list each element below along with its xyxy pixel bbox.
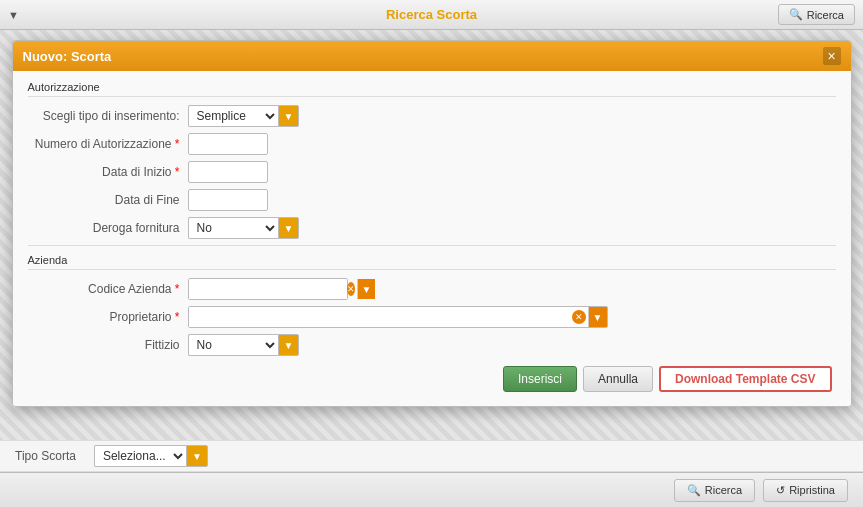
modal-overlay: Nuovo: Scorta × Autorizzazione Scegli ti…	[0, 30, 863, 507]
row-proprietario: Proprietario * ✕ ▼	[28, 306, 836, 328]
modal-dialog: Nuovo: Scorta × Autorizzazione Scegli ti…	[12, 40, 852, 407]
arrow-down-icon: ▼	[8, 9, 19, 21]
section-divider	[28, 245, 836, 246]
inserisci-button[interactable]: Inserisci	[503, 366, 577, 392]
row-numero-autorizzazione: Numero di Autorizzazione *	[28, 133, 836, 155]
modal-buttons-row: Inserisci Annulla Download Template CSV	[28, 366, 836, 392]
top-bar-right: 🔍 Ricerca	[778, 4, 855, 25]
deroga-fornitura-arrow[interactable]: ▼	[278, 217, 300, 239]
top-bar: ▼ Ricerca Scorta 🔍 Ricerca	[0, 0, 863, 30]
data-inizio-label: Data di Inizio *	[28, 165, 188, 179]
numero-autorizzazione-input[interactable]	[188, 133, 268, 155]
codice-azienda-dropdown[interactable]: ▼	[357, 279, 376, 299]
row-deroga-fornitura: Deroga fornitura No Sì ▼	[28, 217, 836, 239]
data-inizio-input[interactable]	[188, 161, 268, 183]
codice-azienda-clear[interactable]: ✕	[347, 282, 355, 296]
data-fine-input[interactable]	[188, 189, 268, 211]
fittizio-arrow[interactable]: ▼	[278, 334, 300, 356]
numero-autorizzazione-label: Numero di Autorizzazione *	[28, 137, 188, 151]
codice-azienda-combo[interactable]: ✕ ▼	[188, 278, 348, 300]
row-data-fine: Data di Fine	[28, 189, 836, 211]
fittizio-select[interactable]: No Sì	[188, 334, 278, 356]
tipo-inserimento-select[interactable]: Semplice Massivo	[188, 105, 278, 127]
row-data-inizio: Data di Inizio *	[28, 161, 836, 183]
search-icon: 🔍	[789, 8, 803, 21]
row-codice-azienda: Codice Azienda * ✕ ▼	[28, 278, 836, 300]
proprietario-dropdown[interactable]: ▼	[588, 307, 607, 327]
modal-close-button[interactable]: ×	[823, 47, 841, 65]
proprietario-clear[interactable]: ✕	[572, 310, 586, 324]
modal-header: Nuovo: Scorta ×	[13, 41, 851, 71]
codice-azienda-label: Codice Azienda *	[28, 282, 188, 296]
proprietario-combo[interactable]: ✕ ▼	[188, 306, 608, 328]
row-fittizio: Fittizio No Sì ▼	[28, 334, 836, 356]
section-autorizzazione: Autorizzazione	[28, 81, 836, 97]
required-marker3: *	[175, 282, 180, 296]
tipo-inserimento-field[interactable]: Semplice Massivo ▼	[188, 105, 300, 127]
ricerca-top-button[interactable]: 🔍 Ricerca	[778, 4, 855, 25]
fittizio-field[interactable]: No Sì ▼	[188, 334, 300, 356]
deroga-fornitura-label: Deroga fornitura	[28, 221, 188, 235]
proprietario-label: Proprietario *	[28, 310, 188, 324]
row-tipo-inserimento: Scegli tipo di inserimento: Semplice Mas…	[28, 105, 836, 127]
proprietario-input[interactable]	[189, 307, 572, 327]
deroga-fornitura-field[interactable]: No Sì ▼	[188, 217, 300, 239]
top-bar-left: ▼	[8, 9, 19, 21]
modal-body: Autorizzazione Scegli tipo di inseriment…	[13, 71, 851, 406]
download-template-button[interactable]: Download Template CSV	[659, 366, 831, 392]
data-fine-label: Data di Fine	[28, 193, 188, 207]
page-title: Ricerca Scorta	[386, 7, 477, 22]
codice-azienda-input[interactable]	[189, 279, 347, 299]
deroga-fornitura-select[interactable]: No Sì	[188, 217, 278, 239]
tipo-inserimento-arrow[interactable]: ▼	[278, 105, 300, 127]
required-marker4: *	[175, 310, 180, 324]
required-marker2: *	[175, 165, 180, 179]
modal-title: Nuovo: Scorta	[23, 49, 112, 64]
tipo-inserimento-label: Scegli tipo di inserimento:	[28, 109, 188, 123]
annulla-button[interactable]: Annulla	[583, 366, 653, 392]
required-marker: *	[175, 137, 180, 151]
section-azienda: Azienda	[28, 254, 836, 270]
fittizio-label: Fittizio	[28, 338, 188, 352]
